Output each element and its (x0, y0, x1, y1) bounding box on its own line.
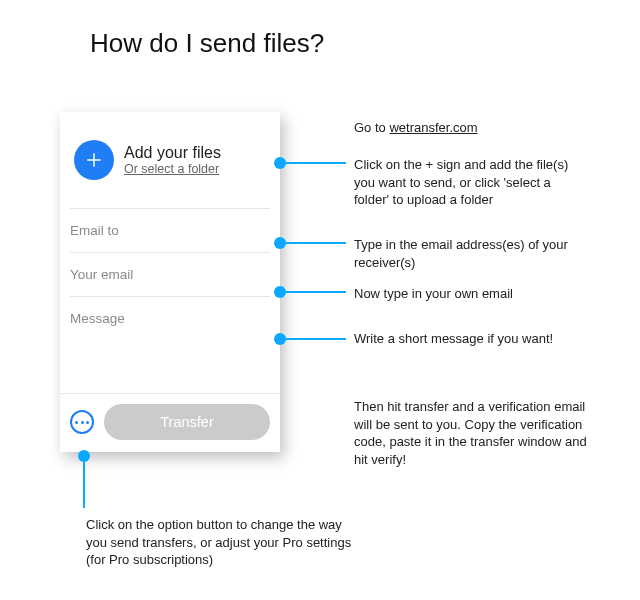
note-add: Click on the + sign and add the file(s) … (354, 156, 584, 209)
transfer-button[interactable]: Transfer (104, 404, 270, 440)
callout-dot-add (274, 157, 286, 169)
note-goto: Go to wetransfer.com (354, 119, 478, 137)
note-option: Click on the option button to change the… (86, 516, 356, 569)
dot-icon (75, 421, 78, 424)
note-goto-prefix: Go to (354, 120, 389, 135)
select-folder-link[interactable]: Or select a folder (124, 162, 221, 176)
callout-line (286, 242, 346, 244)
dot-icon (86, 421, 89, 424)
message-field[interactable]: Message (60, 297, 280, 340)
plus-icon (85, 151, 103, 169)
note-message: Write a short message if you want! (354, 330, 584, 348)
transfer-panel: Add your files Or select a folder Email … (60, 112, 280, 452)
callout-dot-youremail (274, 286, 286, 298)
add-files-section: Add your files Or select a folder (60, 112, 280, 208)
callout-line (286, 162, 346, 164)
add-files-button[interactable] (74, 140, 114, 180)
note-youremail: Now type in your own email (354, 285, 584, 303)
callout-dot-emailto (274, 237, 286, 249)
options-button[interactable] (70, 410, 94, 434)
add-files-labels: Add your files Or select a folder (124, 144, 221, 176)
dot-icon (81, 421, 84, 424)
note-emailto: Type in the email address(es) of your re… (354, 236, 584, 271)
callout-line (286, 291, 346, 293)
your-email-field[interactable]: Your email (60, 253, 280, 296)
callout-line (83, 462, 85, 508)
panel-bottom: Transfer (60, 393, 280, 452)
add-files-title: Add your files (124, 144, 221, 162)
page-title: How do I send files? (90, 28, 324, 59)
spacer (60, 340, 280, 393)
wetransfer-link[interactable]: wetransfer.com (389, 120, 477, 135)
email-to-field[interactable]: Email to (60, 209, 280, 252)
callout-dot-message (274, 333, 286, 345)
callout-dot-option (78, 450, 90, 462)
callout-line (286, 338, 346, 340)
note-transfer: Then hit transfer and a verification ema… (354, 398, 604, 468)
